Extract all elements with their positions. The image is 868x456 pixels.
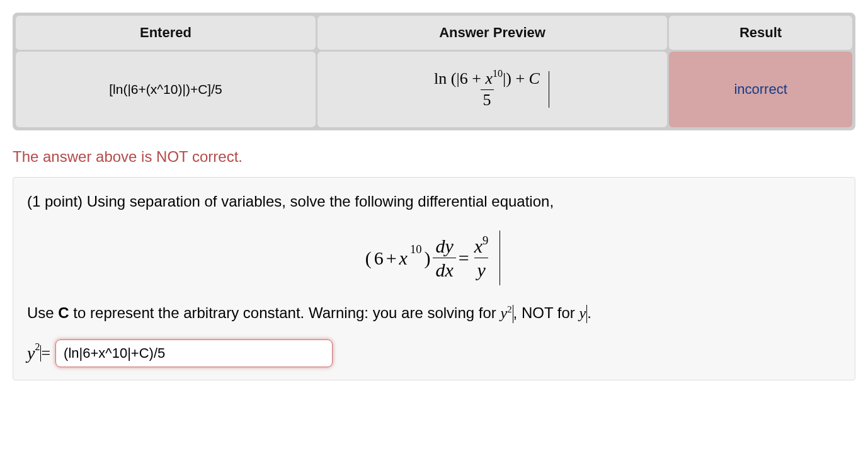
- answer-row: y2 =: [27, 339, 841, 367]
- entered-cell: [ln(|6+(x^10)|)+C]/5: [16, 52, 316, 127]
- problem-statement: Using separation of variables, solve the…: [87, 193, 554, 210]
- result-cell: incorrect: [669, 52, 852, 127]
- preview-cell: ln (|6 + x10|) + C 5: [317, 52, 667, 127]
- equation-end-icon: [500, 231, 500, 285]
- cursor-icon: [549, 71, 549, 107]
- col-header-preview: Answer Preview: [317, 16, 667, 50]
- col-header-entered: Entered: [16, 16, 316, 50]
- points-label: (1 point): [27, 193, 87, 210]
- problem-box: (1 point) Using separation of variables,…: [13, 177, 855, 380]
- answer-label: y2: [27, 343, 40, 363]
- col-header-result: Result: [669, 16, 852, 50]
- results-table: Entered Answer Preview Result [ln(|6+(x^…: [13, 13, 855, 130]
- differential-equation: (6 + x10) dy dx = x9 y: [27, 231, 841, 285]
- ln-label: ln: [434, 69, 447, 88]
- note-text: Use C to represent the arbitrary constan…: [27, 304, 841, 323]
- not-correct-message: The answer above is NOT correct.: [13, 148, 855, 166]
- answer-input[interactable]: [55, 339, 333, 367]
- table-row: [ln(|6+(x^10)|)+C]/5 ln (|6 + x10|) + C …: [16, 52, 852, 127]
- preview-math: ln (|6 + x10|) + C 5: [431, 70, 553, 109]
